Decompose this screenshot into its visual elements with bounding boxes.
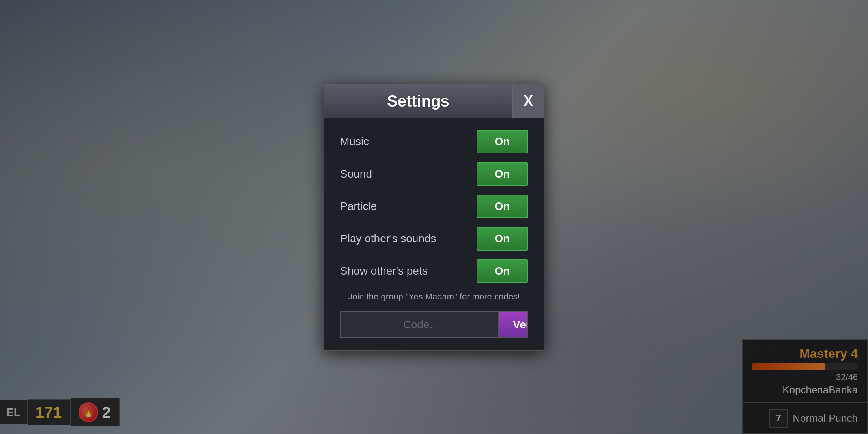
settings-dialog: Settings X Music On Sound On Particle On — [324, 84, 544, 351]
promo-text: Join the group "Yes Madam" for more code… — [340, 292, 528, 302]
toggle-particle[interactable]: On — [477, 195, 528, 218]
settings-label-music: Music — [340, 135, 369, 148]
toggle-music[interactable]: On — [477, 130, 528, 153]
code-row: Verify — [340, 311, 528, 338]
settings-title: Settings — [387, 92, 449, 110]
settings-row-particle: Particle On — [340, 195, 528, 218]
modal-overlay: Settings X Music On Sound On Particle On — [0, 0, 868, 434]
verify-button[interactable]: Verify — [498, 312, 528, 337]
settings-title-area: Settings — [324, 84, 512, 118]
settings-header: Settings X — [324, 84, 544, 118]
code-input[interactable] — [341, 312, 498, 337]
toggle-sound[interactable]: On — [477, 162, 528, 186]
settings-label-sound: Sound — [340, 168, 372, 180]
settings-label-others-pets: Show other's pets — [340, 265, 428, 277]
settings-close-button[interactable]: X — [512, 84, 544, 118]
settings-row-others-pets: Show other's pets On — [340, 259, 528, 283]
settings-label-particle: Particle — [340, 200, 377, 213]
settings-row-others-sounds: Play other's sounds On — [340, 227, 528, 251]
toggle-others-sounds[interactable]: On — [477, 227, 528, 251]
toggle-others-pets[interactable]: On — [477, 259, 528, 283]
settings-label-others-sounds: Play other's sounds — [340, 232, 436, 245]
settings-row-sound: Sound On — [340, 162, 528, 186]
settings-body: Music On Sound On Particle On Play other… — [324, 118, 544, 350]
settings-row-music: Music On — [340, 130, 528, 153]
